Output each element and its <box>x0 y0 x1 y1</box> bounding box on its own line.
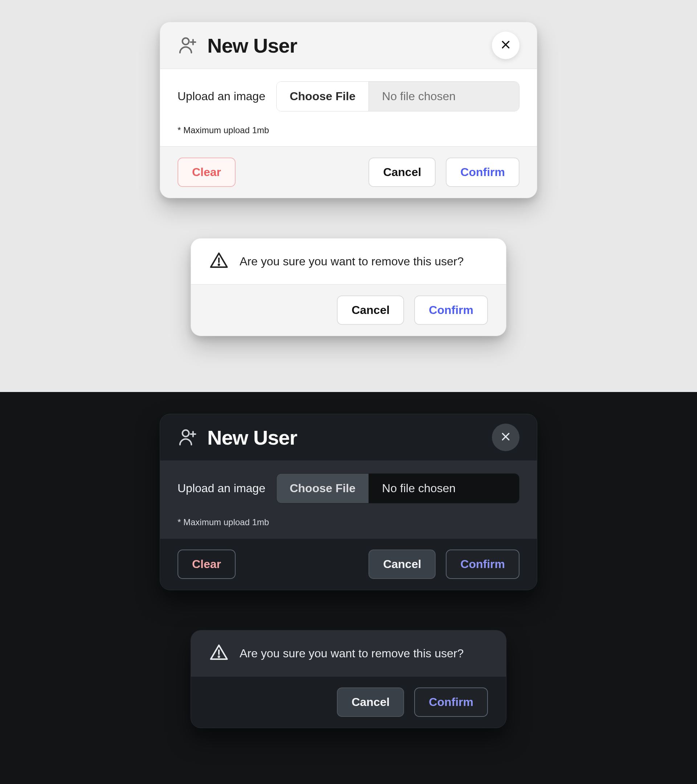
cancel-button[interactable]: Cancel <box>337 687 404 717</box>
close-icon <box>500 39 511 51</box>
warning-icon <box>209 251 229 272</box>
modal-header: New User <box>160 414 537 461</box>
cancel-button[interactable]: Cancel <box>369 550 436 579</box>
add-user-icon <box>178 428 197 447</box>
modal-title: New User <box>207 34 482 58</box>
modal-body: Upload an image Choose File No file chos… <box>160 461 537 539</box>
confirm-button[interactable]: Confirm <box>446 158 519 187</box>
upload-hint: * Maximum upload 1mb <box>178 517 519 527</box>
confirm-message: Are you sure you want to remove this use… <box>240 255 463 268</box>
file-input[interactable]: Choose File No file chosen <box>276 473 519 504</box>
upload-label: Upload an image <box>178 90 265 103</box>
clear-button[interactable]: Clear <box>178 158 236 187</box>
svg-point-6 <box>219 264 220 265</box>
confirm-button[interactable]: Confirm <box>414 687 488 717</box>
add-user-icon <box>178 36 197 55</box>
new-user-modal: New User Upload an image Choose File No … <box>160 414 537 590</box>
choose-file-button[interactable]: Choose File <box>277 82 369 111</box>
close-icon <box>500 431 511 443</box>
file-name-display: No file chosen <box>369 82 519 111</box>
modal-footer: Clear Cancel Confirm <box>160 147 537 198</box>
svg-point-7 <box>183 430 189 436</box>
modal-title: New User <box>207 426 482 450</box>
choose-file-button[interactable]: Choose File <box>277 474 369 503</box>
modal-footer: Clear Cancel Confirm <box>160 539 537 590</box>
svg-point-0 <box>183 38 189 44</box>
confirm-message: Are you sure you want to remove this use… <box>240 647 463 660</box>
new-user-modal: New User Upload an image Choose File No … <box>160 22 537 198</box>
warning-icon <box>209 643 229 664</box>
confirm-button[interactable]: Confirm <box>446 550 519 579</box>
close-button[interactable] <box>492 31 519 59</box>
file-name-display: No file chosen <box>369 474 519 503</box>
upload-label: Upload an image <box>178 482 265 495</box>
svg-point-13 <box>219 656 220 657</box>
upload-hint: * Maximum upload 1mb <box>178 125 519 135</box>
confirm-button[interactable]: Confirm <box>414 295 488 325</box>
modal-body: Upload an image Choose File No file chos… <box>160 69 537 147</box>
remove-user-modal: Are you sure you want to remove this use… <box>191 630 506 728</box>
close-button[interactable] <box>492 423 519 451</box>
remove-user-modal: Are you sure you want to remove this use… <box>191 238 506 336</box>
cancel-button[interactable]: Cancel <box>337 295 404 325</box>
cancel-button[interactable]: Cancel <box>369 158 436 187</box>
file-input[interactable]: Choose File No file chosen <box>276 81 519 112</box>
clear-button[interactable]: Clear <box>178 550 236 579</box>
modal-header: New User <box>160 22 537 69</box>
